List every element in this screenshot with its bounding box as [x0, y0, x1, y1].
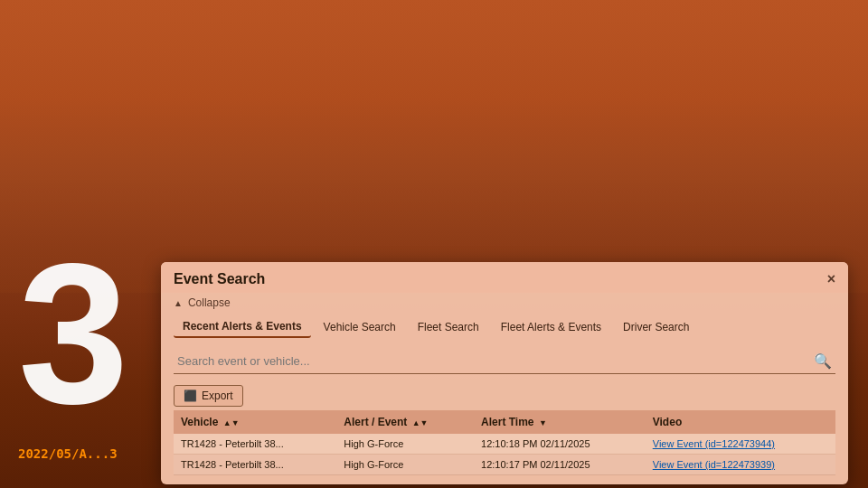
cell-time-2: 12:10:17 PM 02/11/2025: [474, 455, 646, 475]
col-alert-time[interactable]: Alert Time ▼: [474, 410, 646, 434]
table-row: TR1428 - Peterbilt 38... High G-Force 12…: [174, 434, 835, 455]
tabs-row: Recent Alerts & Events Vehicle Search Fl…: [161, 313, 848, 343]
tab-driver-search[interactable]: Driver Search: [614, 317, 698, 337]
tab-fleet-alerts[interactable]: Fleet Alerts & Events: [492, 317, 610, 337]
search-row: 🔍: [161, 343, 848, 381]
view-event-link-1[interactable]: View Event (id=122473944): [653, 438, 775, 449]
cell-video-2[interactable]: View Event (id=122473939): [646, 455, 835, 475]
tab-recent-alerts[interactable]: Recent Alerts & Events: [174, 316, 311, 338]
col-alert-event[interactable]: Alert / Event ▲▼: [336, 410, 474, 434]
search-input[interactable]: [177, 354, 814, 368]
tab-fleet-search[interactable]: Fleet Search: [409, 317, 488, 337]
search-input-wrapper: 🔍: [174, 349, 835, 374]
date-stamp: 2022/05/A...3: [18, 446, 118, 461]
col-video: Video: [646, 410, 835, 434]
event-search-modal: Event Search × ▲ Collapse Recent Alerts …: [161, 262, 848, 484]
export-icon: ⬛: [184, 389, 197, 402]
export-label: Export: [202, 389, 233, 402]
alert-sort-icon: ▲▼: [412, 418, 429, 427]
table-wrapper: Vehicle ▲▼ Alert / Event ▲▼ Alert Time ▼…: [161, 410, 848, 484]
scene-overlay: [0, 0, 868, 293]
cell-alert-1: High G-Force: [336, 434, 474, 455]
cell-video-1[interactable]: View Event (id=122473944): [646, 434, 835, 455]
table-header: Vehicle ▲▼ Alert / Event ▲▼ Alert Time ▼…: [174, 410, 835, 434]
collapse-icon: ▲: [174, 298, 183, 308]
time-sort-icon: ▼: [539, 418, 547, 427]
search-icon: 🔍: [814, 352, 832, 370]
col-vehicle[interactable]: Vehicle ▲▼: [174, 410, 336, 434]
tab-vehicle-search[interactable]: Vehicle Search: [315, 317, 405, 337]
view-event-link-2[interactable]: View Event (id=122473939): [653, 459, 775, 470]
vehicle-sort-icon: ▲▼: [223, 418, 240, 427]
modal-header: Event Search ×: [161, 262, 848, 293]
table-body: TR1428 - Peterbilt 38... High G-Force 12…: [174, 434, 835, 475]
close-button[interactable]: ×: [827, 272, 835, 286]
camera-number: 3: [18, 235, 128, 434]
cell-alert-2: High G-Force: [336, 455, 474, 475]
export-button[interactable]: ⬛ Export: [174, 385, 243, 407]
collapse-label[interactable]: Collapse: [188, 296, 231, 309]
collapse-row: ▲ Collapse: [161, 293, 848, 313]
cell-vehicle-2: TR1428 - Peterbilt 38...: [174, 455, 336, 475]
export-row: ⬛ Export: [161, 381, 848, 410]
table-row: TR1428 - Peterbilt 38... High G-Force 12…: [174, 455, 835, 475]
modal-title: Event Search: [174, 271, 265, 287]
events-table: Vehicle ▲▼ Alert / Event ▲▼ Alert Time ▼…: [174, 410, 835, 475]
cell-vehicle-1: TR1428 - Peterbilt 38...: [174, 434, 336, 455]
cell-time-1: 12:10:18 PM 02/11/2025: [474, 434, 646, 455]
